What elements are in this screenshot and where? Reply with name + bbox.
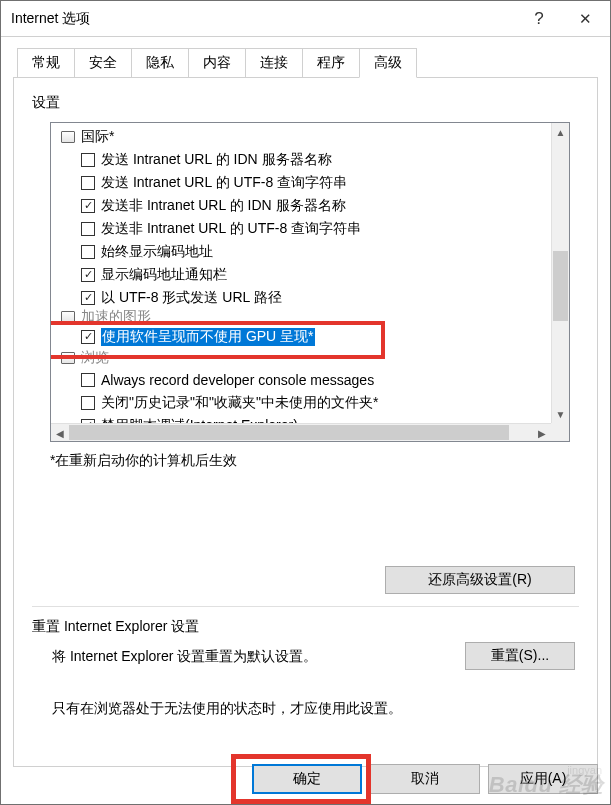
close-button[interactable]: ✕ [562, 2, 608, 36]
checkbox[interactable] [81, 199, 95, 213]
tree-item[interactable]: 使用软件呈现而不使用 GPU 呈现* [59, 325, 551, 348]
tree-item[interactable]: 发送 Intranet URL 的 IDN 服务器名称 [59, 148, 551, 171]
horizontal-scrollbar[interactable]: ◀ ▶ [51, 423, 551, 441]
tab-panel-advanced: 设置 国际*发送 Intranet URL 的 IDN 服务器名称发送 Intr… [13, 77, 598, 767]
tree-label: 使用软件呈现而不使用 GPU 呈现* [101, 328, 315, 346]
scroll-right-icon[interactable]: ▶ [533, 424, 551, 442]
checkbox[interactable] [81, 373, 95, 387]
scroll-down-icon[interactable]: ▼ [552, 405, 569, 423]
tab-隐私[interactable]: 隐私 [131, 48, 189, 78]
restore-defaults-button[interactable]: 还原高级设置(R) [385, 566, 575, 594]
checkbox[interactable] [81, 396, 95, 410]
checkbox[interactable] [81, 268, 95, 282]
vscroll-thumb[interactable] [553, 251, 568, 321]
tab-strip: 常规安全隐私内容连接程序高级 [17, 47, 598, 77]
scrollbar-corner [551, 423, 569, 441]
tree-label: 国际* [81, 128, 114, 146]
checkbox[interactable] [81, 291, 95, 305]
tab-安全[interactable]: 安全 [74, 48, 132, 78]
tree-label: 发送非 Intranet URL 的 IDN 服务器名称 [101, 197, 346, 215]
reset-section-label: 重置 Internet Explorer 设置 [32, 618, 199, 636]
apply-button[interactable]: 应用(A) [488, 764, 598, 794]
tree-item[interactable]: 以 UTF-8 形式发送 URL 路径 [59, 286, 551, 309]
ok-button[interactable]: 确定 [252, 764, 362, 794]
tree-label: 始终显示编码地址 [101, 243, 213, 261]
content-area: 常规安全隐私内容连接程序高级 设置 国际*发送 Intranet URL 的 I… [1, 37, 610, 804]
category-icon [61, 311, 75, 323]
tree-item[interactable]: 发送非 Intranet URL 的 UTF-8 查询字符串 [59, 217, 551, 240]
tree-label: 加速的图形 [81, 309, 151, 325]
dialog-buttons: 确定 取消 应用(A) [252, 764, 598, 794]
tree-label: 发送 Intranet URL 的 UTF-8 查询字符串 [101, 174, 347, 192]
settings-label: 设置 [32, 94, 579, 112]
checkbox[interactable] [81, 153, 95, 167]
vertical-scrollbar[interactable]: ▲ ▼ [551, 123, 569, 423]
scroll-up-icon[interactable]: ▲ [552, 123, 569, 141]
tree-label: 发送非 Intranet URL 的 UTF-8 查询字符串 [101, 220, 361, 238]
cancel-button[interactable]: 取消 [370, 764, 480, 794]
tab-高级[interactable]: 高级 [359, 48, 417, 78]
titlebar: Internet 选项 ? ✕ [1, 1, 610, 37]
settings-footnote: *在重新启动你的计算机后生效 [50, 452, 579, 470]
tab-连接[interactable]: 连接 [245, 48, 303, 78]
dialog-window: Internet 选项 ? ✕ 常规安全隐私内容连接程序高级 设置 国际*发送 … [0, 0, 611, 805]
tree-category: 加速的图形 [59, 309, 551, 325]
vscroll-track[interactable] [552, 141, 569, 405]
apply-label: 应用(A) [520, 770, 567, 788]
tree-item[interactable]: 禁用脚本调试(Internet Explorer) [59, 414, 551, 423]
tab-内容[interactable]: 内容 [188, 48, 246, 78]
tab-常规[interactable]: 常规 [17, 48, 75, 78]
settings-tree: 国际*发送 Intranet URL 的 IDN 服务器名称发送 Intrane… [50, 122, 570, 442]
tree-label: 以 UTF-8 形式发送 URL 路径 [101, 289, 282, 307]
reset-desc: 将 Internet Explorer 设置重置为默认设置。 [52, 648, 317, 666]
checkbox[interactable] [81, 176, 95, 190]
tree-label: Always record developer console messages [101, 372, 374, 388]
ok-label: 确定 [293, 770, 321, 788]
cancel-label: 取消 [411, 770, 439, 788]
checkbox[interactable] [81, 245, 95, 259]
tree-label: 关闭"历史记录"和"收藏夹"中未使用的文件夹* [101, 394, 378, 412]
checkbox[interactable] [81, 222, 95, 236]
category-icon [61, 131, 75, 143]
tree-label: 发送 Intranet URL 的 IDN 服务器名称 [101, 151, 332, 169]
divider [32, 606, 579, 607]
restore-defaults-label: 还原高级设置(R) [428, 571, 531, 589]
scroll-left-icon[interactable]: ◀ [51, 425, 69, 443]
category-icon [61, 352, 75, 364]
tree-label: 显示编码地址通知栏 [101, 266, 227, 284]
tree-label: 浏览 [81, 349, 109, 367]
tree-item[interactable]: 关闭"历史记录"和"收藏夹"中未使用的文件夹* [59, 391, 551, 414]
tree-item[interactable]: 显示编码地址通知栏 [59, 263, 551, 286]
reset-note: 只有在浏览器处于无法使用的状态时，才应使用此设置。 [52, 700, 402, 718]
hscroll-thumb[interactable] [69, 425, 509, 440]
checkbox[interactable] [81, 330, 95, 344]
tree-item[interactable]: 始终显示编码地址 [59, 240, 551, 263]
reset-button-label: 重置(S)... [491, 647, 549, 665]
help-button[interactable]: ? [516, 2, 562, 36]
tree-item[interactable]: 发送 Intranet URL 的 UTF-8 查询字符串 [59, 171, 551, 194]
tree-category: 国际* [59, 125, 551, 148]
window-title: Internet 选项 [11, 10, 516, 28]
tab-程序[interactable]: 程序 [302, 48, 360, 78]
reset-button[interactable]: 重置(S)... [465, 642, 575, 670]
tree-item[interactable]: Always record developer console messages [59, 368, 551, 391]
tree-category: 浏览 [59, 348, 551, 368]
settings-tree-viewport: 国际*发送 Intranet URL 的 IDN 服务器名称发送 Intrane… [51, 123, 551, 423]
tree-item[interactable]: 发送非 Intranet URL 的 IDN 服务器名称 [59, 194, 551, 217]
